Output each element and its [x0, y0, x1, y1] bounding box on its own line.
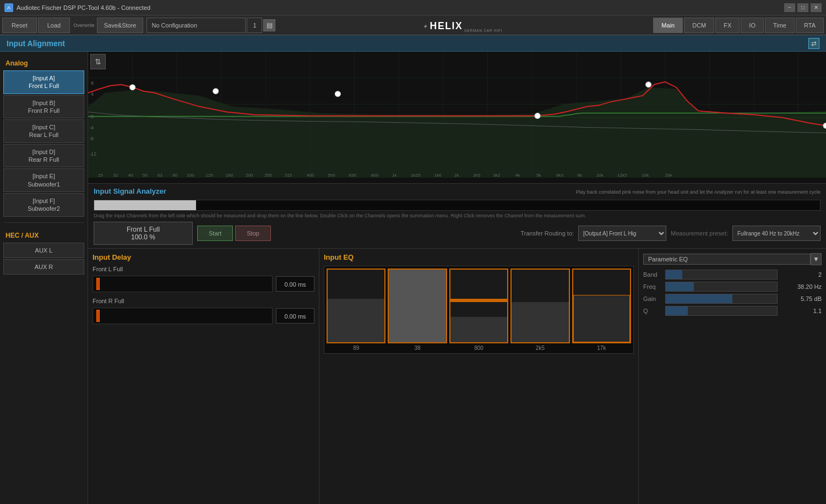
window-controls[interactable]: − □ ✕: [784, 3, 822, 12]
param-row-freq: Freq 38.20 Hz: [643, 282, 822, 292]
svg-text:250: 250: [264, 173, 272, 178]
graph-tool-swap[interactable]: ⇅: [90, 54, 106, 69]
sidebar-item-inputD[interactable]: [Input D]Rear R Full: [3, 144, 84, 168]
tab-fx[interactable]: FX: [715, 18, 740, 33]
svg-text:100: 100: [187, 173, 194, 178]
eq-band-38[interactable]: 38: [388, 269, 447, 351]
analyzer-drag-hint: Drag the Input Channels from the left si…: [94, 213, 820, 218]
load-button[interactable]: Load: [38, 18, 70, 33]
eq-band-2k5[interactable]: 2k5: [510, 269, 569, 351]
svg-text:4: 4: [91, 91, 94, 97]
svg-text:63: 63: [157, 173, 163, 178]
param-gain-bar[interactable]: [665, 294, 778, 304]
eq-band-38-label: 38: [415, 345, 421, 351]
save-store-button[interactable]: Save&Store: [97, 18, 144, 33]
sidebar-item-auxL[interactable]: AUX L: [3, 243, 84, 258]
delay-slider-1[interactable]: [93, 276, 273, 292]
config-name-input[interactable]: [146, 18, 246, 33]
param-freq-bar[interactable]: [665, 282, 778, 292]
svg-text:HELIX: HELIX: [430, 20, 463, 31]
delay-slider-2[interactable]: [93, 308, 273, 324]
channel-pct: 100.0 %: [101, 233, 186, 241]
close-button[interactable]: ✕: [811, 3, 822, 12]
svg-text:400: 400: [307, 173, 314, 178]
svg-text:500: 500: [328, 173, 335, 178]
tab-main[interactable]: Main: [653, 18, 683, 33]
sidebar-item-inputF[interactable]: [Input F]Subwoofer2: [3, 193, 84, 217]
sidebar-item-inputC[interactable]: [Input C]Rear L Full: [3, 119, 84, 143]
window-title: Audiotec Fischer DSP PC-Tool 4.60b - Con…: [17, 4, 784, 11]
overwrite-group: Overwrite Save&Store: [71, 18, 145, 33]
measurement-preset-select[interactable]: Fullrange 40 Hz to 20kHz: [732, 226, 820, 241]
sidebar-item-inputA[interactable]: [Input A]Front L Full: [3, 70, 84, 94]
param-gain-value: 5.75 dB: [778, 295, 822, 302]
svg-text:160: 160: [226, 173, 233, 178]
param-gain-label: Gain: [643, 295, 665, 302]
eq-band-89-bar: [327, 269, 385, 343]
delay-handle-1[interactable]: [96, 278, 100, 290]
delay-channel1-label: Front L Full: [93, 266, 314, 272]
analyzer-progress-fill: [94, 200, 196, 210]
param-eq-dropdown[interactable]: ▼: [811, 253, 822, 265]
tab-dcm[interactable]: DCM: [684, 18, 714, 33]
delay-handle-2[interactable]: [96, 310, 100, 322]
measurement-preset-label: Measurement preset:: [671, 230, 728, 237]
eq-band-17k-label: 17k: [597, 345, 606, 351]
svg-text:50: 50: [143, 173, 148, 178]
svg-text:0: 0: [91, 114, 94, 120]
svg-text:1k: 1k: [392, 173, 398, 178]
eq-band-800-marker: [450, 299, 507, 302]
overwrite-label: Overwrite: [73, 23, 95, 28]
param-band-bar[interactable]: [665, 270, 778, 280]
eq-band-38-fill: [389, 270, 445, 342]
param-row-q: Q 1.1: [643, 306, 822, 316]
nav-tabs: Main DCM FX IO Time RTA: [653, 18, 824, 33]
eq-band-17k-bar: [572, 269, 631, 343]
config-icon-button[interactable]: ▤: [263, 19, 275, 31]
eq-band-800-fill: [450, 317, 507, 342]
transfer-routing-select[interactable]: [Output A] Front L Hig: [578, 226, 666, 241]
eq-band-89[interactable]: 89: [327, 269, 385, 351]
sidebar-item-inputE[interactable]: [Input E]Subwoofer1: [3, 168, 84, 192]
svg-text:25: 25: [98, 173, 104, 178]
param-q-fill: [666, 306, 688, 315]
svg-text:800: 800: [371, 173, 379, 178]
analyzer-section: Input Signal Analyzer Play back correlat…: [88, 184, 826, 249]
param-gain-fill: [666, 294, 732, 303]
svg-text:315: 315: [285, 173, 292, 178]
analyzer-title: Input Signal Analyzer: [94, 187, 166, 195]
hec-aux-label: HEC / AUX: [3, 228, 84, 242]
sidebar: Analog [Input A]Front L Full [Input B]Fr…: [0, 52, 88, 504]
svg-text:12k5: 12k5: [617, 173, 627, 178]
section-icon-button[interactable]: ⇄: [808, 38, 819, 49]
start-button[interactable]: Start: [197, 226, 233, 241]
stop-button[interactable]: Stop: [235, 226, 271, 241]
sidebar-item-auxR[interactable]: AUX R: [3, 259, 84, 275]
svg-text:8k: 8k: [578, 173, 583, 178]
tab-io[interactable]: IO: [741, 18, 764, 33]
tab-rta[interactable]: RTA: [796, 18, 824, 33]
delay-value-1: 0.00 ms: [276, 276, 314, 292]
eq-band-800[interactable]: 800: [449, 269, 508, 351]
sidebar-item-inputB[interactable]: [Input B]Front R Full: [3, 95, 84, 119]
minimize-button[interactable]: −: [784, 3, 795, 12]
eq-graph-svg[interactable]: 180° 90° 0° -90° -180° 8 4 0 -4 -8 -12 2…: [88, 52, 826, 183]
channel-name: Front L Full: [101, 226, 186, 233]
config-num-input[interactable]: [247, 18, 262, 33]
section-title: Input Alignment: [7, 39, 65, 48]
right-panel: ⇅: [88, 52, 826, 504]
eq-band-17k[interactable]: 17k: [572, 269, 631, 351]
eq-panel-title: Input EQ: [324, 253, 634, 261]
main-content: Analog [Input A]Front L Full [Input B]Fr…: [0, 52, 826, 504]
maximize-button[interactable]: □: [797, 3, 808, 12]
param-q-bar[interactable]: [665, 306, 778, 316]
svg-text:2k: 2k: [454, 173, 460, 178]
eq-band-800-label: 800: [474, 345, 483, 351]
svg-text:-12: -12: [89, 151, 96, 157]
toolbar: Reset Load Overwrite Save&Store ▤ ✦ HELI…: [0, 15, 826, 35]
delay-panel: Input Delay Front L Full 0.00 ms Front R…: [88, 249, 319, 504]
reset-button[interactable]: Reset: [2, 18, 37, 33]
helix-logo: ✦ HELIX GERMAN CAR HIFI: [276, 19, 652, 32]
param-q-label: Q: [643, 308, 665, 314]
tab-time[interactable]: Time: [765, 18, 795, 33]
